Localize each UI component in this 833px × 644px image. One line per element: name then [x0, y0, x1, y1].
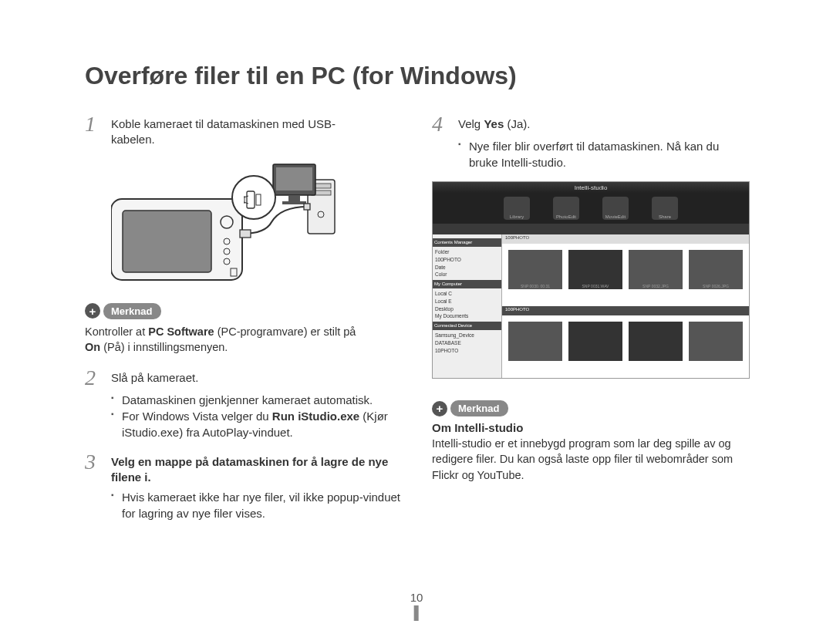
tree-item: Local E	[435, 298, 499, 305]
tree-item: Local C	[435, 290, 499, 298]
toolstrip	[433, 224, 749, 234]
thumbnail: SNP 0030. 00:31	[508, 250, 562, 289]
bullet: Hvis kameraet ikke har nye filer, vil ik…	[111, 489, 401, 521]
tree-item: Samsung_Device	[435, 332, 499, 339]
svg-rect-9	[123, 211, 211, 272]
thumbnail: SNP 0032.JPG	[629, 250, 683, 289]
note-label: Merknad	[103, 303, 161, 319]
step-4-bullets: Nye filer blir overført til datamaskinen…	[432, 138, 748, 170]
note-body: Intelli-studio er et innebygd program so…	[432, 436, 748, 483]
note-heading: Om Intelli-studio	[432, 421, 748, 434]
tab-library: Library	[504, 197, 530, 220]
tree-item: Desktop	[435, 305, 499, 313]
step-number: 3	[85, 451, 111, 473]
step-number: 4	[432, 113, 458, 135]
tree-item: 100PHOTO	[435, 256, 499, 264]
bullet: Datamaskinen gjenkjenner kameraet automa…	[111, 392, 401, 408]
step-text: Velg en mappe på datamaskinen for å lagr…	[111, 451, 401, 486]
thumbnail	[629, 322, 683, 361]
page-number: 10	[410, 591, 423, 621]
right-column: 4 Velg Yes (Ja). Nye filer blir overført…	[432, 113, 748, 532]
tree-item: My Documents	[435, 312, 499, 320]
step-3-bullets: Hvis kameraet ikke har nye filer, vil ik…	[85, 489, 401, 521]
usb-connection-illustration	[111, 160, 401, 288]
page-number-value: 10	[410, 591, 423, 604]
text: kabelen.	[111, 133, 155, 146]
bullet: For Windows Vista velger du Run iStudio.…	[111, 408, 401, 440]
text: Koble kameraet til datamaskinen med USB-	[111, 117, 336, 130]
text: (Ja).	[504, 117, 530, 130]
plus-icon: +	[85, 303, 100, 319]
step-number: 1	[85, 113, 111, 135]
tree-header: Connected Device	[433, 322, 501, 330]
text: For Windows Vista velger du	[122, 410, 272, 423]
svg-rect-18	[240, 230, 251, 238]
note-badge: + Merknad	[432, 400, 508, 416]
svg-rect-19	[304, 204, 310, 210]
step-text: Koble kameraet til datamaskinen med USB-…	[111, 113, 401, 148]
note-label: Merknad	[450, 400, 508, 416]
step-2-bullets: Datamaskinen gjenkjenner kameraet automa…	[85, 392, 401, 440]
step-text: Velg Yes (Ja).	[458, 113, 748, 132]
page-title: Overføre filer til en PC (for Windows)	[85, 62, 748, 90]
text: Kontroller at	[85, 325, 148, 338]
step-1: 1 Koble kameraet til datamaskinen med US…	[85, 113, 401, 148]
tab-movieedit: MovieEdit	[602, 197, 629, 220]
text: (På) i innstillingsmenyen.	[100, 341, 228, 353]
svg-point-15	[232, 176, 275, 219]
tree-item: Color	[435, 271, 499, 278]
tree-header: Contents Manager	[433, 238, 501, 247]
manual-page: Overføre filer til en PC (for Windows) 1…	[0, 0, 833, 644]
tree-item: Date	[435, 264, 499, 271]
thumbnail	[568, 322, 622, 361]
bold: Run iStudio.exe	[272, 410, 359, 423]
note-text: Kontroller at PC Software (PC-programvar…	[85, 324, 401, 356]
tree-item: DATABASE	[435, 339, 499, 347]
main-tabs: Library PhotoEdit MovieEdit Share	[433, 193, 749, 224]
svg-rect-5	[276, 167, 312, 191]
tab-photoedit: PhotoEdit	[553, 197, 579, 220]
note-badge: + Merknad	[85, 303, 161, 319]
intelli-studio-screenshot: Intelli-studio Library PhotoEdit MovieEd…	[432, 181, 750, 379]
bold: On	[85, 341, 100, 353]
svg-rect-7	[282, 201, 306, 204]
page-number-bar-icon	[414, 605, 419, 621]
thumbnail	[508, 322, 562, 361]
left-column: 1 Koble kameraet til datamaskinen med US…	[85, 113, 401, 532]
window-titlebar: Intelli-studio	[433, 182, 749, 193]
thumbnail: SNP 0031.WAV	[568, 250, 622, 289]
thumbs-wrap: 100PHOTO SNP 0030. 00:31 SNP 0031.WAV SN…	[502, 234, 749, 378]
plus-icon: +	[432, 401, 447, 416]
folder-tree: Contents Manager Folder 100PHOTO Date Co…	[433, 234, 502, 378]
body-area: Contents Manager Folder 100PHOTO Date Co…	[433, 234, 749, 378]
thumbnail	[689, 322, 743, 361]
thumbnails-row-2	[502, 315, 749, 378]
thumbnail: SNP 0026.JPG	[689, 250, 743, 289]
text: Velg	[458, 117, 484, 130]
tab-share: Share	[652, 197, 678, 220]
tree-header: My Computer	[433, 280, 501, 288]
step-text: Slå på kameraet.	[111, 367, 401, 386]
two-columns: 1 Koble kameraet til datamaskinen med US…	[85, 113, 748, 532]
step-3: 3 Velg en mappe på datamaskinen for å la…	[85, 451, 401, 486]
step-4: 4 Velg Yes (Ja).	[432, 113, 748, 135]
bold: Yes	[484, 117, 504, 130]
step-2: 2 Slå på kameraet.	[85, 367, 401, 389]
bullet: Nye filer blir overført til datamaskinen…	[458, 138, 748, 170]
breadcrumb: 100PHOTO	[502, 306, 749, 315]
bold: PC Software	[148, 325, 214, 338]
tree-item: 10PHOTO	[435, 347, 499, 355]
tree-item: Folder	[435, 248, 499, 256]
breadcrumb: 100PHOTO	[502, 234, 749, 244]
svg-rect-6	[288, 195, 300, 201]
step-number: 2	[85, 367, 111, 389]
text: (PC-programvare) er stilt på	[214, 325, 356, 338]
thumbnails-row-1: SNP 0030. 00:31 SNP 0031.WAV SNP 0032.JP…	[502, 244, 749, 306]
